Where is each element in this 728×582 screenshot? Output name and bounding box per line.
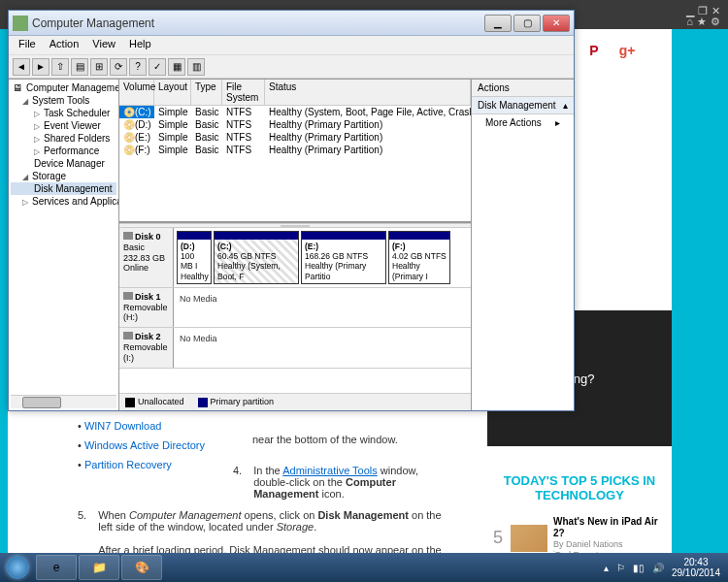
- toolbar: ◄ ► ⇧ ▤ ⊞ ⟳ ? ✓ ▦ ▥: [9, 55, 574, 79]
- pinterest-icon[interactable]: P: [580, 37, 608, 64]
- chevron-right-icon: ▸: [555, 117, 560, 128]
- list-row[interactable]: 📀(E:)SimpleBasicNTFSHealthy (Primary Par…: [119, 131, 471, 144]
- rank-number: 5: [493, 528, 503, 548]
- top5-item-title: What's New in iPad Air 2?: [553, 516, 666, 539]
- admin-tools-link[interactable]: Administrative Tools: [282, 465, 378, 476]
- social-icons: P g+: [580, 37, 641, 64]
- actions-more[interactable]: More Actions▸: [472, 114, 574, 131]
- start-button[interactable]: [0, 553, 35, 582]
- tree-storage[interactable]: ◢Storage: [11, 170, 116, 182]
- top5-title: TODAY'S TOP 5 PICKS IN TECHNOLOGY: [487, 466, 672, 510]
- disk2-label[interactable]: Disk 2 Removable (I:): [119, 328, 174, 367]
- ipad-thumb: [511, 525, 547, 552]
- back-button[interactable]: ◄: [13, 58, 30, 76]
- col-layout[interactable]: Layout: [154, 80, 191, 105]
- help-button[interactable]: ?: [129, 58, 147, 76]
- volume-list[interactable]: Volume Layout Type File System Status 📀(…: [119, 80, 471, 223]
- horizontal-splitter[interactable]: [119, 223, 471, 228]
- flag-icon[interactable]: ⚐: [616, 563, 625, 573]
- primary-swatch: [198, 398, 208, 407]
- close-button[interactable]: ✕: [543, 15, 570, 32]
- show-hidden-icons[interactable]: ▴: [604, 563, 609, 573]
- titlebar[interactable]: Computer Management ▁ ▢ ✕: [9, 11, 574, 36]
- network-icon[interactable]: ▮▯: [633, 563, 645, 573]
- top5-byline: By Daniel Nations: [553, 539, 666, 550]
- tree-hscrollbar[interactable]: [11, 395, 116, 408]
- collapse-icon[interactable]: ◢: [22, 97, 32, 106]
- menu-view[interactable]: View: [86, 36, 121, 54]
- tree-system-tools[interactable]: ◢System Tools: [11, 94, 116, 107]
- disk-icon: [123, 332, 133, 340]
- expand-icon[interactable]: ▷: [34, 147, 44, 156]
- menu-help[interactable]: Help: [123, 36, 157, 54]
- col-filesystem[interactable]: File System: [222, 80, 265, 105]
- gear-icon[interactable]: ⚙: [711, 16, 720, 28]
- tree-device-manager[interactable]: Device Manager: [11, 157, 116, 170]
- partition[interactable]: (E:)168.26 GB NTFSHealthy (Primary Parti…: [301, 231, 386, 284]
- tree-task-scheduler[interactable]: ▷Task Scheduler: [11, 107, 116, 119]
- top5-widget: TODAY'S TOP 5 PICKS IN TECHNOLOGY 5 What…: [487, 466, 672, 566]
- disk0-row[interactable]: Disk 0 Basic 232.83 GB Online (D:)100 MB…: [119, 228, 471, 288]
- actions-panel: Actions Disk Management▴ More Actions▸: [471, 80, 574, 410]
- taskbar-explorer[interactable]: 📁: [79, 555, 119, 580]
- col-volume[interactable]: Volume: [119, 80, 154, 105]
- partition[interactable]: (F:)4.02 GB NTFSHealthy (Primary I: [388, 231, 450, 284]
- properties-button[interactable]: ⊞: [90, 58, 108, 76]
- partition[interactable]: (D:)100 MB IHealthy: [177, 231, 212, 284]
- disk0-label[interactable]: Disk 0 Basic 232.83 GB Online: [119, 228, 174, 287]
- list-row[interactable]: 📀(D:)SimpleBasicNTFSHealthy (Primary Par…: [119, 118, 471, 131]
- google-plus-icon[interactable]: g+: [613, 37, 641, 64]
- favorite-icon[interactable]: ★: [697, 16, 707, 28]
- list-row[interactable]: 📀(C:)SimpleBasicNTFSHealthy (System, Boo…: [119, 106, 471, 118]
- legend: Unallocated Primary partition: [119, 393, 471, 410]
- view-top-button[interactable]: ▦: [168, 58, 185, 76]
- tree-event-viewer[interactable]: ▷Event Viewer: [11, 119, 116, 132]
- tree-performance[interactable]: ▷Performance: [11, 145, 116, 157]
- view-bottom-button[interactable]: ▥: [187, 58, 205, 76]
- disk1-row[interactable]: Disk 1 Removable (H:) No Media: [119, 288, 471, 328]
- show-hide-tree-button[interactable]: ▤: [71, 58, 88, 76]
- tree-services[interactable]: ▷Services and Applications: [11, 195, 116, 208]
- tree-disk-management[interactable]: Disk Management: [11, 182, 116, 195]
- disk-graphical-view[interactable]: Disk 0 Basic 232.83 GB Online (D:)100 MB…: [119, 228, 471, 393]
- taskbar-ie[interactable]: e: [36, 555, 77, 580]
- system-tray[interactable]: ▴ ⚐ ▮▯ 🔊 20:43 29/10/2014: [596, 557, 728, 578]
- expand-icon[interactable]: ▷: [34, 110, 44, 118]
- menu-action[interactable]: Action: [44, 36, 85, 54]
- col-type[interactable]: Type: [191, 80, 222, 105]
- disk2-row[interactable]: Disk 2 Removable (I:) No Media: [119, 328, 471, 368]
- list-row[interactable]: 📀(F:)SimpleBasicNTFSHealthy (Primary Par…: [119, 144, 471, 156]
- list-header[interactable]: Volume Layout Type File System Status: [119, 80, 471, 106]
- expand-icon[interactable]: ▷: [34, 135, 44, 144]
- navigation-tree[interactable]: 🖥Computer Management (Local ◢System Tool…: [9, 80, 119, 410]
- actions-disk-management[interactable]: Disk Management▴: [472, 97, 574, 114]
- sound-icon[interactable]: 🔊: [652, 563, 664, 573]
- disk1-nomedia: No Media: [174, 288, 471, 327]
- settings-button[interactable]: ✓: [149, 58, 166, 76]
- refresh-button[interactable]: ⟳: [110, 58, 127, 76]
- taskbar-paint[interactable]: 🎨: [121, 555, 162, 580]
- tree-shared-folders[interactable]: ▷Shared Folders: [11, 132, 116, 145]
- maximize-button[interactable]: ▢: [513, 15, 541, 32]
- collapse-icon[interactable]: ◢: [22, 173, 32, 181]
- expand-icon[interactable]: ▷: [22, 198, 32, 207]
- partition[interactable]: (C:)60.45 GB NTFSHealthy (System, Boot, …: [214, 231, 299, 284]
- forward-button[interactable]: ►: [32, 58, 50, 76]
- browser-extras: ⌂ ★ ⚙: [686, 16, 720, 28]
- minimize-button[interactable]: ▁: [484, 15, 512, 32]
- menu-file[interactable]: File: [13, 36, 42, 54]
- taskbar[interactable]: e 📁 🎨 ▴ ⚐ ▮▯ 🔊 20:43 29/10/2014: [0, 553, 728, 582]
- col-status[interactable]: Status: [265, 80, 471, 105]
- disk1-label[interactable]: Disk 1 Removable (H:): [119, 288, 174, 327]
- computer-management-window: Computer Management ▁ ▢ ✕ File Action Vi…: [8, 10, 575, 411]
- expand-icon[interactable]: ▷: [34, 122, 44, 131]
- window-title: Computer Management: [32, 16, 484, 30]
- home-icon[interactable]: ⌂: [686, 16, 693, 28]
- chevron-up-icon: ▴: [563, 100, 568, 111]
- clock[interactable]: 20:43 29/10/2014: [672, 557, 720, 578]
- up-button[interactable]: ⇧: [51, 58, 69, 76]
- actions-header: Actions: [472, 80, 574, 97]
- scrollbar-thumb[interactable]: [22, 397, 61, 408]
- tree-root[interactable]: 🖥Computer Management (Local: [11, 81, 116, 94]
- unallocated-swatch: [125, 398, 135, 407]
